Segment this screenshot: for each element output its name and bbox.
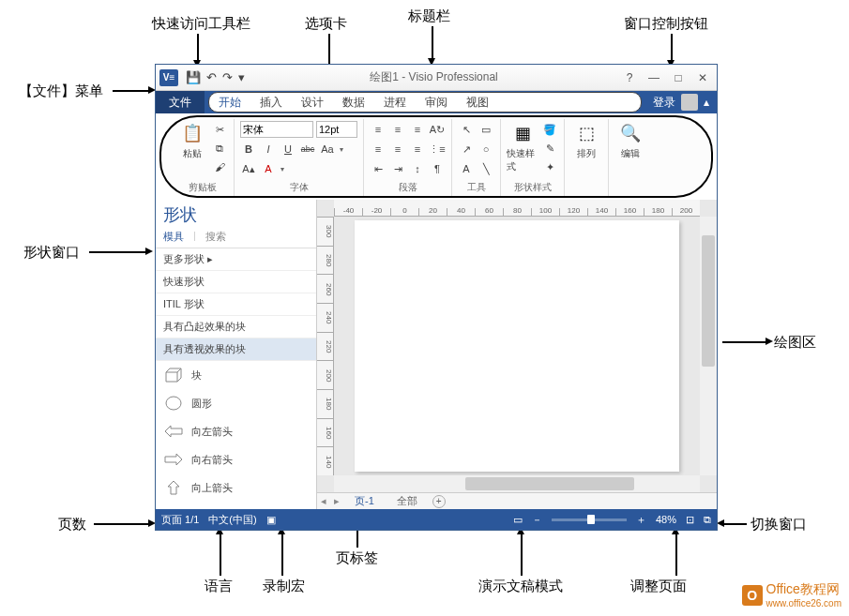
indent-dec-icon[interactable]: ⇤ <box>370 160 387 177</box>
qat-dropdown-icon[interactable]: ▾ <box>238 70 245 84</box>
scrollbar-horizontal[interactable] <box>334 475 700 492</box>
align-bottom-icon[interactable]: ≡ <box>409 121 426 138</box>
scroll-thumb[interactable] <box>702 235 715 367</box>
quick-access-toolbar: 💾 ↶ ↷ ▾ <box>186 70 245 84</box>
effects-icon[interactable]: ✦ <box>541 158 558 175</box>
font-size-select[interactable] <box>316 121 357 138</box>
tab-data[interactable]: 数据 <box>333 93 374 112</box>
fontcolor-dropdown-icon[interactable]: ▾ <box>280 165 284 173</box>
copy-icon[interactable]: ⧉ <box>211 140 228 157</box>
rectangle-tool-icon[interactable]: ▭ <box>478 121 494 138</box>
fit-page-icon[interactable]: ⊡ <box>686 514 694 526</box>
align-top-icon[interactable]: ≡ <box>370 121 387 138</box>
ellipse-tool-icon[interactable]: ○ <box>478 141 494 158</box>
zoom-slider[interactable] <box>552 518 627 521</box>
format-painter-icon[interactable]: 🖌 <box>211 158 228 175</box>
align-middle-icon[interactable]: ≡ <box>389 121 406 138</box>
group-shapestyle: ▦ 快速样式 🪣 ✎ ✦ 形状样式 <box>501 119 565 196</box>
cat-perspective-blocks[interactable]: 具有透视效果的块 <box>156 338 316 361</box>
bold-button[interactable]: B <box>240 141 257 158</box>
align-left-icon[interactable]: ≡ <box>370 141 387 158</box>
pointer-tool-icon[interactable]: ↖ <box>458 121 475 138</box>
align-center-icon[interactable]: ≡ <box>389 141 406 158</box>
font-dropdown-icon[interactable]: ▾ <box>340 145 343 154</box>
tab-design[interactable]: 设计 <box>292 93 333 112</box>
italic-button[interactable]: I <box>260 141 277 158</box>
drawing-canvas[interactable] <box>334 217 700 475</box>
titlebar: V≡ 💾 ↶ ↷ ▾ 绘图1 - Visio Professional ? — … <box>156 65 717 91</box>
font-color-button[interactable]: A <box>260 160 277 177</box>
minimize-button[interactable]: — <box>647 71 660 84</box>
quickstyle-button[interactable]: ▦ 快速样式 <box>507 121 538 173</box>
tab-view[interactable]: 视图 <box>457 93 498 112</box>
indent-inc-icon[interactable]: ⇥ <box>389 160 406 177</box>
language-indicator[interactable]: 中文(中国) <box>208 513 256 527</box>
shape-arrow-up[interactable]: 向上箭头 <box>156 473 316 502</box>
tab-home[interactable]: 开始 <box>209 93 250 112</box>
bullets-icon[interactable]: ⋮≡ <box>429 141 446 158</box>
macro-record-icon[interactable]: ▣ <box>266 514 276 526</box>
search-tab[interactable]: 搜索 <box>205 230 226 244</box>
cat-more-shapes[interactable]: 更多形状 ▸ <box>156 248 316 271</box>
tab-review[interactable]: 审阅 <box>416 93 457 112</box>
page-next-icon[interactable]: ▸ <box>334 495 340 507</box>
shape-block[interactable]: 块 <box>156 361 316 389</box>
close-button[interactable]: ✕ <box>696 71 709 84</box>
paste-button[interactable]: 📋 粘贴 <box>176 121 208 160</box>
strike-button[interactable]: abc <box>299 141 316 158</box>
cat-quick-shapes[interactable]: 快速形状 <box>156 271 316 293</box>
scrollbar-vertical[interactable] <box>700 217 717 475</box>
shape-arrow-left[interactable]: 向左箭头 <box>156 417 316 445</box>
line-spacing-icon[interactable]: ↕ <box>409 160 426 177</box>
add-page-button[interactable]: + <box>432 495 446 508</box>
maximize-button[interactable]: □ <box>672 71 685 84</box>
shape-circle[interactable]: 圆形 <box>156 389 316 417</box>
tab-insert[interactable]: 插入 <box>250 93 292 112</box>
fill-icon[interactable]: 🪣 <box>541 121 558 138</box>
cat-raised-blocks[interactable]: 具有凸起效果的块 <box>156 316 316 338</box>
zoom-in-icon[interactable]: ＋ <box>636 513 646 527</box>
shapes-tabs: 模具 | 搜索 <box>156 228 316 248</box>
underline-button[interactable]: U <box>280 141 296 158</box>
page-tab-1[interactable]: 页-1 <box>347 494 382 508</box>
group-arrange: ⬚ 排列 <box>565 119 609 196</box>
shapes-title: 形状 <box>156 200 316 228</box>
undo-icon[interactable]: ↶ <box>206 70 217 84</box>
help-button[interactable]: ? <box>623 71 636 84</box>
drawing-page[interactable] <box>355 220 679 472</box>
stencil-tab[interactable]: 模具 <box>163 230 184 244</box>
arrange-button[interactable]: ⬚ 排列 <box>570 121 602 160</box>
page-count: 页面 1/1 <box>161 513 199 527</box>
tab-process[interactable]: 进程 <box>374 93 416 112</box>
paragraph-marks-icon[interactable]: ¶ <box>429 160 446 177</box>
group-tools: ↖ ▭ ↗ ○ A ╲ 工具 <box>452 119 501 196</box>
collapse-ribbon-icon[interactable]: ▴ <box>704 96 709 109</box>
line-color-icon[interactable]: ✎ <box>541 140 558 157</box>
zoom-out-icon[interactable]: － <box>532 513 542 527</box>
font-name-select[interactable] <box>240 121 313 138</box>
connector-tool-icon[interactable]: ↗ <box>458 141 475 158</box>
page-prev-icon[interactable]: ◂ <box>321 495 326 507</box>
text-tool-icon[interactable]: A <box>458 160 475 177</box>
line-tool-icon[interactable]: ╲ <box>478 160 494 177</box>
content-area: 形状 模具 | 搜索 更多形状 ▸ 快速形状 ITIL 形状 具有凸起效果的块 … <box>156 200 717 509</box>
case-button[interactable]: Aa <box>319 141 336 158</box>
switch-window-icon[interactable]: ⧉ <box>704 514 711 526</box>
orientation-icon[interactable]: A↻ <box>429 121 446 138</box>
cut-icon[interactable]: ✂ <box>211 121 228 138</box>
scroll-thumb[interactable] <box>465 477 634 490</box>
font-grow-icon[interactable]: A▴ <box>240 160 257 177</box>
zoom-thumb[interactable] <box>587 515 595 524</box>
page-tab-all[interactable]: 全部 <box>389 494 425 508</box>
cat-itil-shapes[interactable]: ITIL 形状 <box>156 293 316 316</box>
zoom-percent[interactable]: 48% <box>656 514 676 525</box>
align-right-icon[interactable]: ≡ <box>409 141 426 158</box>
presentation-mode-icon[interactable]: ▭ <box>513 514 523 526</box>
redo-icon[interactable]: ↷ <box>222 70 233 84</box>
edit-button[interactable]: 🔍 编辑 <box>614 121 646 160</box>
svg-point-0 <box>166 397 181 410</box>
shape-arrow-right[interactable]: 向右箭头 <box>156 445 316 473</box>
save-icon[interactable]: 💾 <box>186 70 201 84</box>
login-area[interactable]: 登录 ▴ <box>645 91 717 113</box>
file-tab[interactable]: 文件 <box>156 91 205 113</box>
